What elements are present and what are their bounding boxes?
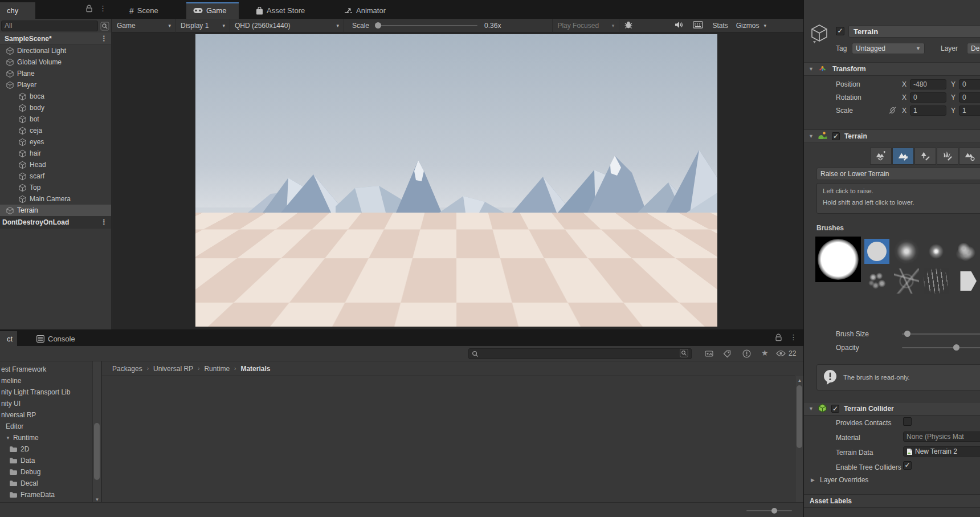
stats-toggle[interactable]: Stats (712, 22, 728, 30)
grid-scrollbar[interactable]: ▲ (795, 376, 803, 502)
tree-item-meline[interactable]: meline (0, 375, 92, 386)
lock-icon[interactable] (775, 333, 782, 343)
save-search-star-icon[interactable]: ★ (761, 348, 769, 357)
hierarchy-item-ceja[interactable]: ceja (0, 125, 111, 136)
tab-hierarchy[interactable]: chy (0, 2, 35, 19)
tree-item-editor[interactable]: Editor (0, 421, 92, 432)
terrain-data-object-field[interactable]: New Terrain 2 (903, 446, 980, 457)
hierarchy-item-body[interactable]: body (0, 102, 111, 113)
tree-item-2d[interactable]: 2D (0, 443, 92, 455)
terrain-tool-settings[interactable] (959, 148, 980, 165)
terrain-collider-header[interactable]: ▼ ✓ Terrain Collider (804, 402, 980, 416)
tree-item-est-framework[interactable]: est Framework (0, 364, 92, 375)
terrain-enabled-checkbox[interactable]: ✓ (832, 132, 840, 140)
brush-tile-hex[interactable] (953, 268, 978, 294)
gameobject-active-checkbox[interactable]: ✓ (836, 27, 844, 35)
thumbnail-zoom-handle[interactable] (771, 508, 777, 514)
enable-tree-colliders-checkbox[interactable]: ✓ (903, 461, 912, 470)
tag-dropdown[interactable]: Untagged▼ (852, 43, 925, 54)
hierarchy-item-scarf[interactable]: scarf (0, 170, 111, 182)
debug-bug-icon[interactable] (624, 21, 633, 31)
rotation-x-field[interactable]: 0 (910, 92, 946, 103)
tab-asset-store[interactable]: Asset Store (249, 2, 322, 19)
brush-tile-mottle[interactable] (953, 239, 978, 264)
terrain-tool-create-neighbor[interactable] (870, 148, 892, 165)
tab-animator[interactable]: Animator (337, 2, 400, 19)
hierarchy-item-directional-light[interactable]: Directional Light (0, 45, 111, 56)
play-focused-dropdown[interactable]: Play Focused ▾ (552, 19, 619, 32)
hierarchy-search-input[interactable]: All (1, 21, 98, 31)
resolution-dropdown[interactable]: QHD (2560x1440) ▾ (230, 19, 344, 32)
scale-slider-handle[interactable] (375, 22, 381, 29)
dontdestroy-header-row[interactable]: DontDestroyOnLoad ⋮ (0, 216, 111, 229)
breadcrumb-segment[interactable]: Packages (102, 365, 142, 373)
dontdestroy-menu-icon[interactable]: ⋮ (100, 218, 111, 226)
tree-item-niversal-rp[interactable]: niversal RP (0, 409, 92, 421)
asset-type-filter-icon[interactable] (705, 350, 713, 359)
search-expand-icon[interactable] (680, 349, 688, 359)
hierarchy-search-expand-icon[interactable] (100, 22, 109, 32)
hierarchy-item-hair[interactable]: hair (0, 148, 111, 159)
transform-component-header[interactable]: ▼ Transform (804, 62, 980, 76)
project-menu-icon[interactable]: ⋮ (790, 333, 797, 341)
hierarchy-item-boca[interactable]: boca (0, 91, 111, 102)
hierarchy-item-bot[interactable]: bot (0, 113, 111, 125)
brush-tile-dot[interactable] (924, 239, 949, 264)
hierarchy-item-plane[interactable]: Plane (0, 68, 111, 79)
tab-game[interactable]: Game (186, 2, 239, 19)
tab-scene[interactable]: #Scene (122, 2, 179, 19)
provides-contacts-checkbox[interactable] (903, 417, 912, 426)
tree-item-framedata[interactable]: FrameData (0, 489, 92, 500)
hierarchy-item-terrain[interactable]: Terrain (0, 205, 111, 216)
hierarchy-item-main-camera[interactable]: Main Camera (0, 193, 111, 205)
brush-tile-scatter[interactable] (864, 268, 889, 294)
terrain-tool-paint-details[interactable] (937, 148, 958, 165)
tree-item-debug[interactable]: Debug (0, 466, 92, 478)
material-object-field[interactable]: None (Physics Mat (903, 431, 980, 442)
tree-item-decal[interactable]: Decal (0, 478, 92, 489)
grid-scrollbar-thumb[interactable] (797, 385, 802, 448)
expand-arrow-icon[interactable]: ▼ (6, 435, 10, 441)
rotation-y-field[interactable]: 0 (959, 92, 980, 103)
terrain-collider-enabled-checkbox[interactable]: ✓ (831, 405, 839, 413)
grid-scroll-up-icon[interactable]: ▲ (797, 378, 803, 383)
opacity-handle[interactable] (953, 344, 959, 351)
layer-dropdown[interactable]: De (967, 43, 980, 54)
brush-tile-circle[interactable] (864, 239, 889, 264)
hierarchy-menu-icon[interactable]: ⋮ (99, 4, 107, 13)
asset-labels-header[interactable]: Asset Labels (804, 494, 980, 508)
display-dropdown[interactable]: Display 1 ▾ (176, 19, 230, 32)
brush-size-slider[interactable] (902, 333, 980, 335)
game-mode-dropdown[interactable]: Game ▾ (112, 19, 176, 32)
hierarchy-item-head[interactable]: Head (0, 159, 111, 170)
hierarchy-item-global-volume[interactable]: Global Volume (0, 56, 111, 68)
hierarchy-item-top[interactable]: Top (0, 182, 111, 193)
terrain-tool-paint-trees[interactable] (914, 148, 936, 165)
terrain-tool-paint[interactable] (892, 148, 914, 165)
opacity-slider[interactable] (902, 347, 980, 348)
scale-y-field[interactable]: 1 (959, 105, 980, 116)
foldout-arrow-icon[interactable]: ▼ (804, 66, 814, 72)
brush-tile-soft[interactable] (894, 239, 919, 264)
hierarchy-item-eyes[interactable]: eyes (0, 136, 111, 148)
scale-slider[interactable] (375, 25, 477, 26)
tree-item-runtime[interactable]: ▼Runtime (0, 432, 92, 443)
tree-scrollbar-thumb[interactable] (94, 423, 100, 480)
tree-scroll-down-icon[interactable]: ▼ (94, 497, 100, 502)
chevron-down-icon[interactable]: ▾ (763, 23, 766, 29)
tree-item-data[interactable]: Data (0, 455, 92, 466)
position-y-field[interactable]: 0 (959, 79, 980, 89)
breadcrumb-segment[interactable]: Universal RP (153, 365, 193, 373)
tab-console[interactable]: Console (30, 331, 82, 346)
keyboard-icon[interactable] (693, 21, 703, 30)
game-viewport[interactable] (195, 34, 717, 327)
position-x-field[interactable]: -480 (910, 79, 946, 89)
brush-tile-cracks[interactable] (894, 268, 919, 294)
scale-x-field[interactable]: 1 (910, 105, 946, 116)
foldout-arrow-icon[interactable]: ▼ (804, 133, 814, 139)
tree-item-nity-ui[interactable]: nity UI (0, 398, 92, 409)
hidden-packages-eye-icon[interactable] (776, 350, 786, 359)
gameobject-name-field[interactable]: Terrain (848, 25, 980, 38)
scale-link-icon[interactable] (888, 106, 897, 116)
gizmos-dropdown[interactable]: Gizmos (736, 22, 760, 30)
